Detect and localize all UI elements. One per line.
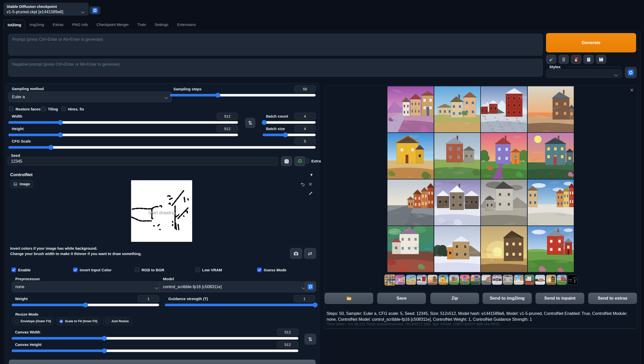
extra-networks-button[interactable]	[571, 55, 581, 64]
gallery-image-yellow-house-sand-hill[interactable]	[387, 133, 434, 179]
zip-button[interactable]: Zip	[430, 293, 479, 304]
slider-track[interactable]	[12, 337, 298, 340]
thumbnail-colorful-street-blue-sky[interactable]	[514, 275, 524, 285]
tab-png-info[interactable]: PNG Info	[68, 20, 92, 30]
model-dropdown[interactable]: control_scribble-fp16 [c508311e]	[159, 282, 309, 292]
thumbnail-white-house-red-field[interactable]	[524, 275, 535, 285]
gallery-close-button[interactable]	[630, 88, 634, 92]
tab-extensions[interactable]: Extensions	[173, 20, 200, 30]
checkpoint-refresh-button[interactable]	[90, 6, 100, 15]
swap-canvas-dimensions-button[interactable]: ⇅	[304, 334, 316, 345]
slider-handle[interactable]	[216, 93, 220, 98]
apply-style-button[interactable]	[583, 55, 594, 64]
controlnet-accordion-title[interactable]: ControlNet	[10, 172, 33, 177]
thumbnail-brick-house-meadow[interactable]	[449, 275, 459, 285]
resize-mode-option-envelope-outer-fit-[interactable]: Envelope (Outer Fit)	[12, 317, 54, 325]
thumbnail-golden-sunset-barn[interactable]	[546, 275, 556, 285]
tab-settings[interactable]: Settings	[150, 20, 173, 30]
mirror-webcam-button[interactable]: ⇄	[304, 248, 316, 259]
sampling-method-dropdown[interactable]: Euler a	[8, 92, 172, 102]
resize-mode-option-scale-to-fit-inner-fit-[interactable]: Scale to Fit (Inner Fit)	[57, 317, 100, 325]
slider-handle[interactable]	[83, 303, 88, 307]
send-to-extras-button[interactable]: Send to extras	[588, 293, 637, 304]
reuse-seed-button[interactable]: ♻	[294, 156, 305, 166]
thumbnail-snow-covered-log-houses[interactable]	[492, 275, 502, 285]
gallery-image-golden-sunset-barn[interactable]	[481, 226, 527, 272]
thumbnail-dusk-cottage-orange-sky[interactable]	[427, 275, 438, 285]
checkbox-box[interactable]	[11, 268, 16, 272]
gallery-image-snowy-red-mill-street[interactable]	[481, 86, 527, 132]
slider-track[interactable]	[8, 134, 238, 136]
thumbnail-village-lane-pink-sunset[interactable]	[395, 275, 405, 285]
gallery-image-colorful-street-blue-sky[interactable]	[528, 179, 574, 226]
thumbnail-yellow-house-sand-hill[interactable]	[438, 275, 449, 285]
thumbnail-row-houses-morning-road[interactable]	[481, 275, 492, 285]
tab-extras[interactable]: Extras	[48, 20, 68, 30]
styles-dropdown[interactable]	[546, 69, 622, 78]
guess-mode-checkbox[interactable]: Guess Mode	[257, 268, 286, 272]
thumbnail-snowy-red-mill-street[interactable]	[417, 275, 427, 285]
slider-handle[interactable]	[283, 133, 288, 137]
tab-train[interactable]: Train	[133, 20, 150, 30]
send-to-inpaint-button[interactable]: Send to inpaint	[536, 293, 584, 304]
slider-handle[interactable]	[58, 120, 63, 125]
invert-input-color-checkbox[interactable]: Invert Input Color	[73, 268, 111, 272]
save-button[interactable]: Save	[377, 293, 426, 304]
canvas-clear-button[interactable]	[308, 182, 313, 186]
thumbnail-gray-old-farmhouse[interactable]	[503, 275, 513, 285]
gallery-image-brick-house-meadow[interactable]	[434, 133, 481, 179]
slider-track[interactable]	[8, 121, 238, 124]
tab-txt2img[interactable]: txt2img	[4, 20, 25, 30]
thumbnail-cream-farmhouse-blue-sky[interactable]	[406, 275, 416, 285]
slider-handle[interactable]	[58, 133, 63, 137]
slider-track[interactable]	[165, 304, 315, 306]
slider-value-input[interactable]: 5	[294, 138, 316, 145]
model-refresh-button[interactable]	[304, 281, 316, 292]
slider-track[interactable]	[12, 349, 298, 352]
thumbnail-teal-house-evening-sun[interactable]	[470, 275, 481, 285]
slider-track[interactable]	[12, 304, 159, 306]
slider-value-input[interactable]: 512	[277, 341, 298, 348]
gallery-image-teal-house-evening-sun[interactable]	[528, 133, 574, 179]
checkpoint-selector[interactable]: Stable Diffusion checkpoint v1-5-pruned.…	[4, 3, 89, 16]
seed-input[interactable]: 12345	[8, 157, 278, 165]
enable-checkbox[interactable]: Enable	[11, 268, 31, 272]
checkbox-box[interactable]	[9, 107, 13, 111]
gallery-image-snow-covered-log-houses[interactable]	[434, 179, 481, 226]
paste-generation-params-button[interactable]: ↙	[546, 55, 556, 64]
slider-handle[interactable]	[262, 120, 267, 125]
slider-value-input[interactable]: 50	[294, 86, 316, 92]
slider-track[interactable]	[263, 121, 316, 124]
rgb-to-bgr-checkbox[interactable]: RGB to BGR	[135, 268, 164, 272]
gallery-image-dusk-cottage-orange-sky[interactable]	[528, 86, 574, 132]
gallery-image-cream-farmhouse-blue-sky[interactable]	[434, 86, 481, 132]
checkbox-box[interactable]	[41, 107, 46, 111]
slider-value-input[interactable]: 512	[217, 113, 238, 120]
tiling-checkbox[interactable]: Tiling	[41, 107, 58, 111]
checkbox-box[interactable]	[135, 268, 139, 272]
open-folder-button[interactable]	[325, 293, 373, 304]
resize-mode-option-just-resize[interactable]: Just Resize	[103, 317, 132, 325]
send-to-img2img-button[interactable]: Send to img2img	[483, 293, 532, 304]
low-vram-checkbox[interactable]: Low VRAM	[195, 268, 222, 272]
gallery-image-white-house-red-field[interactable]	[387, 226, 434, 272]
gallery-image-gray-old-farmhouse[interactable]	[481, 179, 527, 226]
slider-track[interactable]	[8, 146, 316, 149]
restore-faces-checkbox[interactable]: Restore faces	[9, 107, 40, 111]
negative-prompt-input[interactable]: Negative prompt (press Ctrl+Enter or Alt…	[8, 59, 543, 77]
checkbox-box[interactable]	[195, 268, 200, 272]
gallery-image-village-lane-pink-sunset[interactable]	[387, 86, 434, 132]
thumbnail-red-house-green-meadow[interactable]	[557, 275, 567, 285]
thumbnail-grid-montage[interactable]	[384, 274, 396, 286]
canvas-undo-button[interactable]	[300, 182, 305, 187]
canvas-brush-button[interactable]	[308, 191, 313, 196]
gallery-image-mountain-cabin-snow[interactable]	[434, 226, 481, 272]
checkbox-box[interactable]	[61, 107, 66, 111]
preprocessor-dropdown[interactable]: none	[12, 282, 162, 292]
checkbox-box[interactable]	[257, 268, 262, 272]
accordion-collapse-icon[interactable]: ▼	[310, 173, 313, 177]
slider-value-input[interactable]: 1	[138, 295, 159, 302]
thumbnail-mountain-cabin-snow[interactable]	[535, 275, 545, 285]
slider-handle[interactable]	[48, 145, 53, 150]
slider-value-input[interactable]: 4	[294, 113, 316, 120]
